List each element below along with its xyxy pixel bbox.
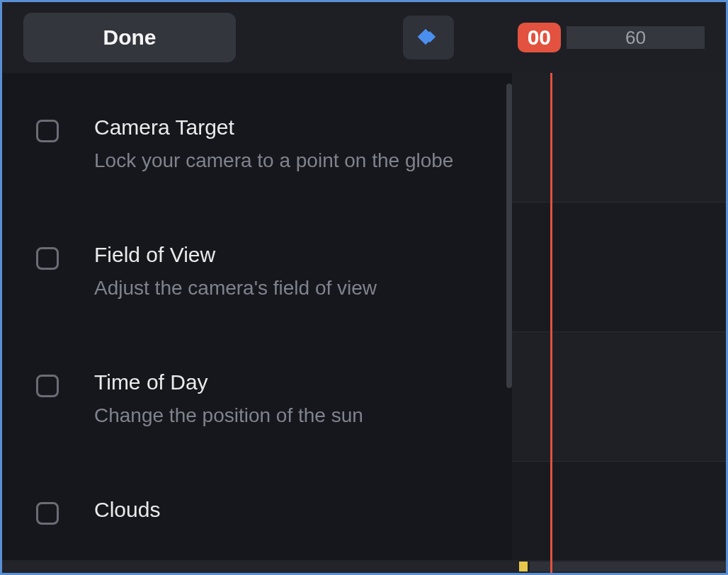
checkbox-time-of-day[interactable]: [36, 375, 59, 397]
timeline-panel[interactable]: [512, 73, 726, 573]
timeline-row[interactable]: [512, 332, 726, 462]
option-field-of-view: Field of View Adjust the camera's field …: [2, 243, 512, 300]
done-label: Done: [103, 25, 157, 49]
option-description: Adjust the camera's field of view: [94, 277, 377, 300]
scroll-track[interactable]: [530, 562, 726, 571]
option-clouds: Clouds: [2, 498, 512, 532]
option-text: Camera Target Lock your camera to a poin…: [94, 115, 453, 172]
timeline-row[interactable]: [512, 462, 726, 573]
time-scale-value: 60: [625, 27, 646, 49]
keyframe-button[interactable]: [403, 16, 454, 59]
option-title: Time of Day: [94, 370, 363, 394]
timeline-row[interactable]: [512, 73, 726, 203]
timeline-header: 00 60: [518, 23, 705, 52]
option-camera-target: Camera Target Lock your camera to a poin…: [2, 115, 512, 172]
toolbar: Done 00 60: [2, 2, 726, 73]
option-text: Time of Day Change the position of the s…: [94, 370, 363, 427]
option-title: Camera Target: [94, 115, 453, 140]
scroll-indicator: [519, 562, 528, 571]
scrollbar-vertical[interactable]: [506, 84, 512, 388]
checkbox-camera-target[interactable]: [36, 120, 59, 142]
time-current-badge[interactable]: 00: [518, 23, 561, 52]
option-time-of-day: Time of Day Change the position of the s…: [2, 370, 512, 427]
checkbox-field-of-view[interactable]: [36, 247, 59, 270]
option-description: Lock your camera to a point on the globe: [94, 149, 453, 172]
time-scale-mark[interactable]: 60: [567, 26, 705, 49]
option-description: Change the position of the sun: [94, 404, 363, 427]
scrollbar-horizontal[interactable]: [2, 560, 726, 573]
done-button[interactable]: Done: [23, 13, 236, 62]
option-title: Field of View: [94, 243, 377, 267]
option-title: Clouds: [94, 498, 160, 522]
keyframe-icon: [416, 24, 441, 52]
content-area: Camera Target Lock your camera to a poin…: [2, 73, 726, 573]
options-panel: Camera Target Lock your camera to a poin…: [2, 73, 512, 573]
timeline-row[interactable]: [512, 203, 726, 332]
option-text: Field of View Adjust the camera's field …: [94, 243, 377, 300]
time-current-value: 00: [528, 25, 551, 49]
playhead[interactable]: [550, 73, 552, 573]
editor-window: Done 00 60 Camera: [2, 2, 726, 573]
option-text: Clouds: [94, 498, 160, 532]
svg-rect-0: [417, 28, 433, 45]
checkbox-clouds[interactable]: [36, 502, 59, 525]
